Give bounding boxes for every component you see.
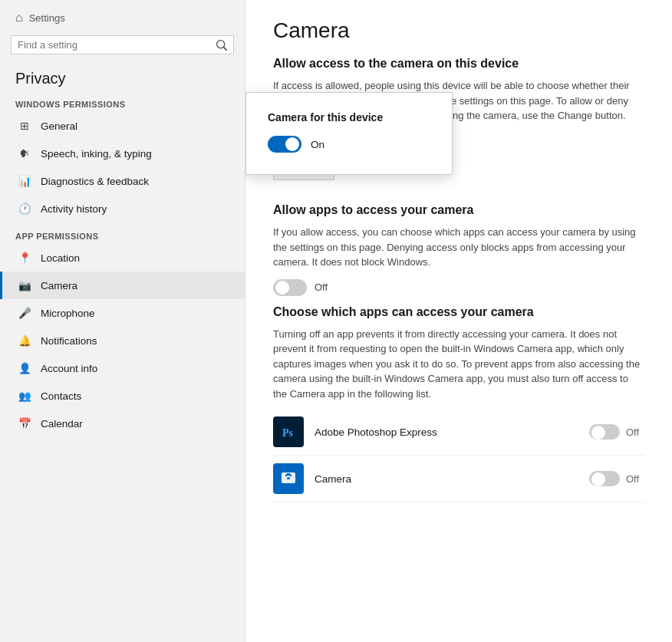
sidebar-item-label: Microphone xyxy=(41,308,95,319)
sidebar-item-label: Camera xyxy=(41,280,77,291)
microphone-icon: 🎤 xyxy=(18,306,31,320)
sidebar-item-label: Activity history xyxy=(41,203,107,215)
svg-text:Ps: Ps xyxy=(282,427,294,439)
photoshop-toggle-label: Off xyxy=(626,426,644,438)
sidebar-item-contacts[interactable]: 👥 Contacts xyxy=(0,382,245,410)
apps-camera-toggle-label: Off xyxy=(315,281,328,293)
search-box[interactable] xyxy=(11,35,234,54)
camera-app-icon xyxy=(273,463,304,494)
sidebar-item-label: Contacts xyxy=(41,390,81,402)
photoshop-toggle[interactable] xyxy=(589,424,620,440)
app-name-photoshop: Adobe Photoshop Express xyxy=(315,426,589,438)
popup-overlay: Camera for this device On xyxy=(245,92,453,175)
home-icon: ⌂ xyxy=(15,11,23,25)
app-title: ⌂ Settings xyxy=(0,0,245,32)
sidebar-item-location[interactable]: 📍 Location xyxy=(0,244,245,272)
main-content: Camera for this device On Camera Allow a… xyxy=(245,0,672,642)
windows-permissions-header: Windows permissions xyxy=(0,91,245,112)
sidebar-item-label: General xyxy=(41,120,77,132)
sidebar-item-label: Calendar xyxy=(41,418,83,430)
privacy-label: Privacy xyxy=(0,64,245,91)
notifications-icon: 🔔 xyxy=(18,334,31,347)
popup-toggle-row: On xyxy=(268,136,430,153)
page-title: Camera xyxy=(273,18,644,43)
sidebar: ⌂ Settings Privacy Windows permissions ⊞… xyxy=(0,0,245,642)
section1-title: Allow access to the camera on this devic… xyxy=(273,57,644,71)
app-name-camera: Camera xyxy=(315,473,589,485)
account-icon: 👤 xyxy=(18,361,31,375)
sidebar-item-account[interactable]: 👤 Account info xyxy=(0,354,245,382)
apps-camera-toggle-row: Off xyxy=(273,279,644,296)
sidebar-item-label: Location xyxy=(41,252,80,264)
section2-title: Allow apps to access your camera xyxy=(273,203,644,217)
diagnostics-icon: 📊 xyxy=(18,174,31,188)
apps-camera-toggle[interactable] xyxy=(273,279,307,296)
app-permissions-header: App permissions xyxy=(0,222,245,244)
calendar-icon: 📅 xyxy=(18,416,31,430)
sidebar-item-speech[interactable]: 🗣 Speech, inking, & typing xyxy=(0,140,245,167)
search-icon xyxy=(216,40,227,51)
section3-body: Turning off an app prevents it from dire… xyxy=(273,327,644,402)
speech-icon: 🗣 xyxy=(18,147,31,160)
sidebar-item-label: Notifications xyxy=(41,335,97,347)
general-icon: ⊞ xyxy=(18,119,31,133)
camera-app-toggle-label: Off xyxy=(626,473,644,485)
search-input[interactable] xyxy=(18,39,216,51)
app-row-photoshop: Ps Adobe Photoshop Express Off xyxy=(273,409,644,456)
photoshop-toggle-area: Off xyxy=(589,424,644,440)
sidebar-item-activity[interactable]: 🕐 Activity history xyxy=(0,195,245,222)
contacts-icon: 👥 xyxy=(18,389,31,403)
camera-app-logo xyxy=(280,470,297,487)
photoshop-logo: Ps xyxy=(279,423,298,441)
photoshop-icon: Ps xyxy=(273,416,304,447)
section2-body: If you allow access, you can choose whic… xyxy=(273,225,644,270)
sidebar-item-label: Diagnostics & feedback xyxy=(41,176,149,187)
sidebar-item-notifications[interactable]: 🔔 Notifications xyxy=(0,327,245,354)
camera-device-popup: Camera for this device On xyxy=(245,92,453,175)
sidebar-item-label: Speech, inking, & typing xyxy=(41,148,152,160)
sidebar-item-general[interactable]: ⊞ General xyxy=(0,112,245,140)
camera-app-toggle-area: Off xyxy=(589,471,644,486)
sidebar-item-diagnostics[interactable]: 📊 Diagnostics & feedback xyxy=(0,167,245,195)
device-camera-toggle[interactable] xyxy=(268,136,301,153)
popup-title: Camera for this device xyxy=(268,111,430,123)
activity-icon: 🕐 xyxy=(18,202,31,216)
location-icon: 📍 xyxy=(18,251,31,265)
camera-app-toggle[interactable] xyxy=(589,471,620,486)
camera-icon: 📷 xyxy=(18,278,31,292)
popup-toggle-label: On xyxy=(311,139,324,150)
sidebar-item-label: Account info xyxy=(41,363,97,374)
sidebar-item-calendar[interactable]: 📅 Calendar xyxy=(0,410,245,437)
sidebar-item-camera[interactable]: 📷 Camera xyxy=(0,272,245,299)
app-row-camera: Camera Off xyxy=(273,456,644,502)
sidebar-item-microphone[interactable]: 🎤 Microphone xyxy=(0,299,245,327)
section3-title: Choose which apps can access your camera xyxy=(273,305,644,319)
